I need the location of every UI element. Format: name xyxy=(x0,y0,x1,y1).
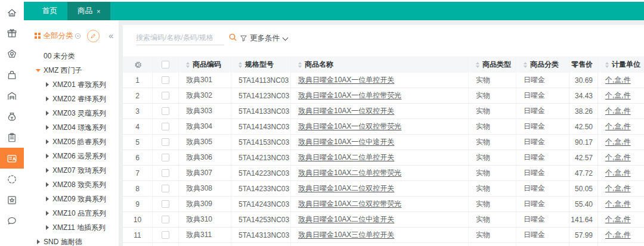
tab-home[interactable]: 首页 xyxy=(32,2,67,20)
tree-item[interactable]: XMZ09 致典系列 xyxy=(24,192,119,206)
product-name-link[interactable]: 致典日曜金10AX二位双控开关 xyxy=(298,183,394,194)
caret-right-icon[interactable] xyxy=(35,239,41,244)
tree-item[interactable]: XMZ02 睿绎系列 xyxy=(24,92,119,106)
expand-play-icon[interactable] xyxy=(75,33,81,39)
select-all-cell xyxy=(153,57,179,73)
sort-arrows-icon[interactable] xyxy=(239,62,242,68)
row-checkbox[interactable] xyxy=(162,138,169,146)
column-header-name[interactable]: 商品名称 xyxy=(291,57,469,73)
sidebar-item-dotted-circle[interactable] xyxy=(0,169,24,189)
tree-item[interactable]: XMZ 西门子 xyxy=(24,63,119,77)
sidebar-item-clipboard[interactable] xyxy=(0,127,24,148)
product-name-link[interactable]: 致典日曜金10AX一位单控带荧光 xyxy=(298,91,401,101)
product-name-link[interactable]: 致典日曜金10AX一位中途开关 xyxy=(298,137,394,147)
sort-arrows-icon[interactable] xyxy=(476,62,479,68)
caret-right-icon[interactable] xyxy=(44,211,50,216)
caret-right-icon[interactable] xyxy=(44,125,50,130)
caret-right-icon[interactable] xyxy=(44,225,50,230)
sidebar-item-warehouse[interactable] xyxy=(0,85,24,106)
sidebar-item-money-bag[interactable] xyxy=(0,106,24,127)
product-name-link[interactable]: 致典日曜金10AX二位单控开关 xyxy=(298,152,394,163)
unit-link[interactable]: 个,盒,件 xyxy=(605,199,631,209)
product-name-link[interactable]: 致典日曜金10AX二位双控带荧光 xyxy=(298,199,401,209)
tree-item[interactable]: XMZ03 灵蕴系列 xyxy=(24,106,119,120)
product-name-cell: 致典日曜金10AX一位单控带荧光 xyxy=(291,88,469,103)
unit-link[interactable]: 个,盒,件 xyxy=(605,122,631,132)
sidebar-item-shopping-bag[interactable] xyxy=(0,64,24,85)
all-categories-label[interactable]: 全部分类 xyxy=(44,31,73,41)
row-checkbox[interactable] xyxy=(162,231,169,239)
product-category-cell: 日曜金 xyxy=(516,150,569,165)
sort-arrows-icon[interactable] xyxy=(298,62,302,68)
column-header-code[interactable]: 商品编码 xyxy=(179,57,231,73)
more-filters-button[interactable]: 更多条件 xyxy=(240,33,287,43)
unit-link[interactable]: 个,盒,件 xyxy=(605,137,631,147)
product-name-link[interactable]: 致典日曜金10AX一位单控开关 xyxy=(298,75,394,85)
row-checkbox[interactable] xyxy=(162,92,169,99)
unit-link[interactable]: 个,盒,件 xyxy=(605,91,631,101)
product-name-link[interactable]: 致典日曜金10AX一位双控开关 xyxy=(298,106,394,116)
search-icon[interactable] xyxy=(228,33,237,42)
unit-link[interactable]: 个,盒,件 xyxy=(605,152,631,163)
caret-right-icon[interactable] xyxy=(44,139,50,144)
row-checkbox[interactable] xyxy=(162,200,169,208)
caret-right-icon[interactable] xyxy=(44,82,50,87)
column-header-type[interactable]: 商品类型 xyxy=(469,57,516,73)
caret-right-icon[interactable] xyxy=(44,154,50,158)
caret-right-icon[interactable] xyxy=(44,111,50,116)
row-checkbox[interactable] xyxy=(162,76,169,84)
unit-link[interactable]: 个,盒,件 xyxy=(605,106,631,116)
tree-item[interactable]: SND 施耐德 xyxy=(24,235,119,246)
sidebar-item-album[interactable] xyxy=(0,189,24,210)
select-all-checkbox[interactable] xyxy=(162,61,169,68)
tree-item[interactable]: XMZ10 品宜系列 xyxy=(24,206,119,220)
row-checkbox[interactable] xyxy=(162,216,169,223)
tree-item[interactable]: XMZ07 致琦系列 xyxy=(24,163,119,178)
column-header-spec[interactable]: 规格型号 xyxy=(231,57,291,73)
caret-down-icon[interactable] xyxy=(35,69,41,72)
sidebar-item-chat[interactable] xyxy=(0,210,24,231)
unit-link[interactable]: 个,盒,件 xyxy=(605,168,631,178)
row-checkbox[interactable] xyxy=(162,154,169,161)
tree-item[interactable]: XMZ04 璟逸系列 xyxy=(24,120,119,135)
row-checkbox[interactable] xyxy=(162,107,169,115)
sort-arrows-icon[interactable] xyxy=(605,62,609,68)
row-checkbox[interactable] xyxy=(162,185,169,192)
unit-link[interactable]: 个,盒,件 xyxy=(605,75,631,85)
product-name-link[interactable]: 致典日曜金10AX二位单控带荧光 xyxy=(298,168,401,178)
tree-item[interactable]: XMZ01 睿致系列 xyxy=(24,77,119,92)
unit-link[interactable]: 个,盒,件 xyxy=(605,230,631,240)
column-settings-button[interactable] xyxy=(123,57,153,73)
tree-item[interactable]: XMZ08 致奕系列 xyxy=(24,178,119,192)
collapse-panel-icon[interactable]: « xyxy=(107,31,115,41)
caret-right-icon[interactable] xyxy=(44,182,50,187)
tree-item[interactable]: XMZ11 地插系列 xyxy=(24,220,119,235)
column-header-category[interactable]: 商品分类 xyxy=(516,57,569,73)
tree-item[interactable]: XMZ06 远景系列 xyxy=(24,149,119,163)
sidebar-item-home[interactable] xyxy=(0,2,24,23)
caret-right-icon[interactable] xyxy=(44,96,50,101)
products-table: 商品编码规格型号商品名称商品类型商品分类零售价计量单位 1致典3015TA141… xyxy=(123,57,644,246)
row-checkbox[interactable] xyxy=(162,123,169,130)
column-header-price[interactable]: 零售价 xyxy=(569,57,598,73)
sort-arrows-icon[interactable] xyxy=(524,62,527,68)
caret-right-icon[interactable] xyxy=(44,197,50,201)
sidebar-item-product-card[interactable] xyxy=(0,148,24,169)
column-header-unit[interactable]: 计量单位 xyxy=(598,57,644,73)
tab-close-icon[interactable]: × xyxy=(97,8,100,15)
unit-link[interactable]: 个,盒,件 xyxy=(605,183,631,194)
product-name-link[interactable]: 致典日曜金10AX三位单控开关 xyxy=(298,230,394,240)
sort-arrows-icon[interactable] xyxy=(186,62,190,68)
sidebar-item-badge[interactable] xyxy=(0,43,24,64)
product-name-link[interactable]: 致典日曜金10AX一位双控带荧光 xyxy=(298,122,401,132)
unit-link[interactable]: 个,盒,件 xyxy=(605,214,631,225)
tab-products[interactable]: 商品× xyxy=(67,2,110,20)
product-name-link[interactable]: 致典日曜金10AX二位中途开关 xyxy=(298,214,394,225)
tree-item[interactable]: 00 未分类 xyxy=(24,49,119,63)
search-input[interactable] xyxy=(136,33,228,42)
edit-categories-button[interactable] xyxy=(87,30,100,42)
sidebar-item-gift[interactable] xyxy=(0,23,24,43)
caret-right-icon[interactable] xyxy=(44,168,50,173)
tree-item[interactable]: XMZ05 皓睿系列 xyxy=(24,135,119,149)
row-checkbox[interactable] xyxy=(162,169,169,177)
